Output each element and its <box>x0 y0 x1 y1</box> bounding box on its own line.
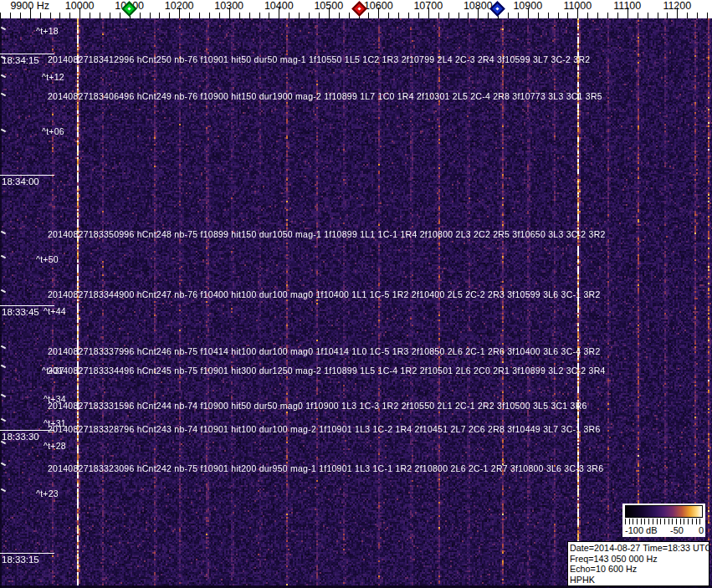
colorbar-label-max: 0 <box>699 525 704 535</box>
freq-minor-tick <box>448 13 449 18</box>
freq-minor-tick <box>349 13 350 18</box>
time-label: 18:34:00 <box>0 175 54 187</box>
freq-label: 11000 <box>563 0 592 12</box>
freq-minor-tick <box>597 13 598 18</box>
detection-event-line: 20140827183328796 hCnt243 nb-74 f10901 h… <box>48 424 601 434</box>
time-label: 18:33:45 <box>0 305 54 317</box>
freq-minor-tick <box>518 13 519 18</box>
freq-label: 10900 <box>513 0 542 12</box>
freq-minor-tick <box>140 13 141 18</box>
info-frequency: Freq=143 050 000 Hz <box>570 554 707 565</box>
freq-minor-tick <box>249 13 250 18</box>
colorbar-gradient <box>625 505 703 518</box>
freq-minor-tick <box>269 13 269 18</box>
freq-minor-tick <box>90 13 90 18</box>
freq-label: 10000 <box>65 0 95 12</box>
freq-minor-tick <box>617 13 618 18</box>
freq-minor-tick <box>667 13 668 18</box>
colorbar-labels: -100 dB -50 0 <box>622 525 705 536</box>
detection-event-line: 20140827183337996 hCnt246 nb-75 f10414 h… <box>48 346 601 356</box>
freq-label: 10200 <box>165 0 194 12</box>
freq-minor-tick <box>658 13 658 18</box>
time-label: 18:33:15 <box>0 553 54 565</box>
freq-minor-tick <box>607 13 608 18</box>
freq-minor-tick <box>408 13 409 18</box>
freq-minor-tick <box>398 13 399 18</box>
freq-minor-tick <box>0 13 1 18</box>
freq-minor-tick <box>558 13 559 18</box>
detection-event-line: 20140827183350996 hCnt248 nb-75 f10899 h… <box>48 229 606 239</box>
info-station-id: HPHK <box>570 575 707 585</box>
colorbar-label-mid: -50 <box>670 525 684 535</box>
freq-minor-tick <box>110 13 110 18</box>
colorbar-label-min: -100 dB <box>625 525 658 535</box>
freq-label: 11100 <box>613 0 641 12</box>
time-label: 18:33:30 <box>0 430 54 442</box>
freq-label: 10700 <box>413 0 443 12</box>
freq-minor-tick <box>50 13 51 18</box>
freq-minor-tick <box>339 13 340 18</box>
freq-minor-tick <box>209 13 210 18</box>
freq-minor-tick <box>40 13 41 18</box>
freq-minor-tick <box>587 13 588 18</box>
freq-minor-tick <box>69 13 70 18</box>
time-offset-mark: ^t+18 <box>36 26 59 36</box>
detection-event-line: 20140827183323096 hCnt242 nb-75 f10901 h… <box>48 463 603 473</box>
freq-minor-tick <box>199 13 200 18</box>
freq-minor-tick <box>219 13 220 18</box>
time-offset-mark: ^t+28 <box>44 441 66 451</box>
freq-minor-tick <box>707 13 708 18</box>
freq-minor-tick <box>259 13 260 18</box>
freq-minor-tick <box>239 13 240 18</box>
freq-minor-tick <box>169 13 170 18</box>
freq-minor-tick <box>648 13 648 18</box>
info-box: Date=2014-08-27 Time=18:33 UTC Freq=143 … <box>567 541 709 586</box>
freq-label: 10300 <box>214 0 243 12</box>
freq-minor-tick <box>567 13 568 18</box>
freq-minor-tick <box>638 13 638 18</box>
freq-minor-tick <box>388 13 389 18</box>
time-label: 18:34:15 <box>0 54 54 65</box>
freq-minor-tick <box>368 13 369 18</box>
detection-event-line: 20140827183334496 hCnt245 nb-75 f10901 h… <box>48 366 606 376</box>
freq-minor-tick <box>189 13 190 18</box>
colorbar-legend: -100 dB -50 0 <box>622 504 705 537</box>
detection-event-line: 20140827183331596 hCnt244 nb-74 f10900 h… <box>48 401 587 411</box>
freq-label: 10400 <box>264 0 294 12</box>
freq-minor-tick <box>10 13 11 18</box>
freq-minor-tick <box>538 13 539 18</box>
freq-minor-tick <box>548 13 549 18</box>
time-offset-mark: ^t+50 <box>36 254 59 264</box>
spectrogram-canvas[interactable] <box>0 18 712 588</box>
spectrogram-app-window: 9900 Hz100001010010200103001040010500106… <box>0 0 712 588</box>
freq-minor-tick <box>458 13 459 18</box>
freq-label: 11200 <box>663 0 691 12</box>
freq-minor-tick <box>508 13 509 18</box>
detection-event-line: 20140827183412996 hCnt250 nb-76 f10901 h… <box>48 54 590 64</box>
freq-label: 10800 <box>464 0 493 12</box>
freq-minor-tick <box>488 13 489 18</box>
freq-minor-tick <box>319 13 320 18</box>
detection-event-line: 20140827183344900 hCnt247 nb-76 f10400 h… <box>48 289 601 299</box>
freq-minor-tick <box>438 13 439 18</box>
freq-minor-tick <box>468 13 469 18</box>
detection-event-line: 20140827183406496 hCnt249 nb-76 f10900 h… <box>48 91 602 101</box>
freq-label: 9900 Hz <box>10 0 49 12</box>
info-echo: Echo=10 600 Hz <box>570 564 707 575</box>
freq-minor-tick <box>100 13 100 18</box>
info-date-time: Date=2014-08-27 Time=18:33 UTC <box>570 543 707 554</box>
freq-label: 10600 <box>364 0 393 12</box>
colorbar-ticks <box>625 519 703 524</box>
freq-label: 10500 <box>314 0 343 12</box>
freq-minor-tick <box>697 13 698 18</box>
freq-minor-tick <box>150 13 151 18</box>
frequency-ruler: 9900 Hz100001010010200103001040010500106… <box>0 0 712 18</box>
freq-minor-tick <box>418 13 419 18</box>
freq-minor-tick <box>120 13 120 18</box>
freq-minor-tick <box>20 13 21 18</box>
freq-minor-tick <box>159 13 160 18</box>
freq-minor-tick <box>59 13 60 18</box>
freq-minor-tick <box>289 13 289 18</box>
freq-minor-tick <box>309 13 310 18</box>
time-offset-mark: ^t+06 <box>42 126 64 136</box>
